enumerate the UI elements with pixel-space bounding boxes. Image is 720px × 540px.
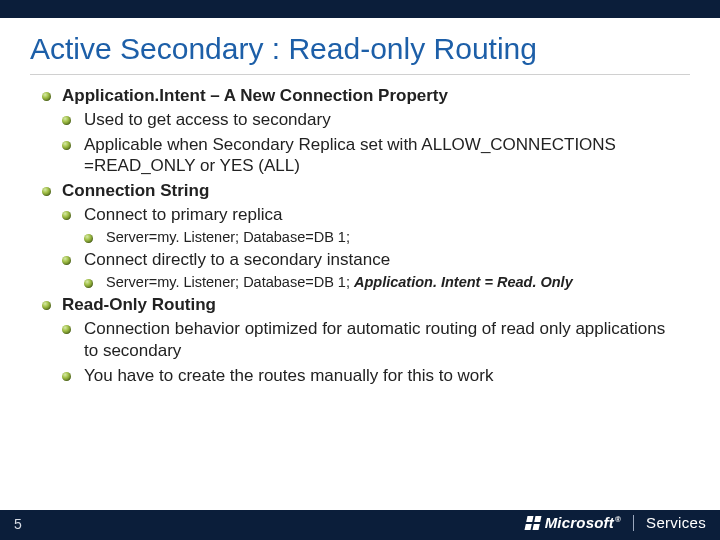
sub-bullet: You have to create the routes manually f… <box>62 365 680 387</box>
detail-bullet: Server=my. Listener; Database=DB 1; <box>84 228 680 247</box>
footer-bar: 5 Microsoft® Services <box>0 510 720 540</box>
title-divider <box>30 74 690 75</box>
detail-bullet: Server=my. Listener; Database=DB 1; Appl… <box>84 273 680 292</box>
brand-name: Microsoft® <box>545 514 621 531</box>
detail-emph: Application. Intent = Read. Only <box>354 274 573 290</box>
top-accent-bar <box>0 0 720 18</box>
bullet-head: Read-Only Routing <box>62 295 216 314</box>
brand-divider <box>633 515 634 531</box>
brand-block: Microsoft® Services <box>526 514 706 531</box>
sub-bullet: Connect to primary replica Server=my. Li… <box>62 204 680 246</box>
sub-bullet: Applicable when Secondary Replica set wi… <box>62 134 680 178</box>
bullet-ro-routing: Read-Only Routing Connection behavior op… <box>42 294 680 386</box>
bullet-head: Connection String <box>62 181 209 200</box>
sub-bullet: Connect directly to a secondary instance… <box>62 249 680 291</box>
page-number: 5 <box>14 516 22 532</box>
bullet-head: Application.Intent – A New Connection Pr… <box>62 86 448 105</box>
sub-bullet-text: Connect to primary replica <box>84 205 282 224</box>
windows-icon <box>524 516 541 530</box>
brand-unit: Services <box>646 514 706 531</box>
sub-bullet-text: Connect directly to a secondary instance <box>84 250 390 269</box>
detail-text: Server=my. Listener; Database=DB 1; <box>106 274 354 290</box>
slide-content: Application.Intent – A New Connection Pr… <box>0 85 720 386</box>
bullet-conn-string: Connection String Connect to primary rep… <box>42 180 680 291</box>
sub-bullet: Connection behavior optimized for automa… <box>62 318 680 362</box>
slide-title: Active Secondary : Read-only Routing <box>0 18 720 74</box>
microsoft-logo: Microsoft® <box>526 514 621 531</box>
sub-bullet: Used to get access to secondary <box>62 109 680 131</box>
bullet-app-intent: Application.Intent – A New Connection Pr… <box>42 85 680 177</box>
